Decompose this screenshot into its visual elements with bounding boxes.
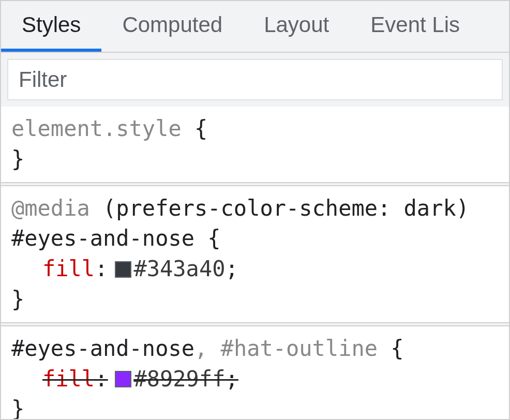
styles-panel: Styles Computed Layout Event Lis element… (0, 0, 510, 420)
media-keyword: @media (11, 196, 90, 221)
property-value[interactable]: #343a40 (133, 254, 225, 284)
property-name[interactable]: fill (42, 254, 95, 284)
property-value[interactable]: #8929ff (133, 364, 225, 395)
close-brace-line: } (11, 144, 499, 175)
property-name[interactable]: fill (42, 364, 95, 395)
open-brace: { (182, 116, 208, 141)
close-brace: } (11, 287, 24, 312)
element-style-rule[interactable]: element.style { } (1, 107, 509, 183)
open-brace: { (378, 336, 404, 361)
property-line-fill-overridden[interactable]: fill:#8929ff; (11, 364, 499, 395)
filter-container (1, 53, 509, 107)
rule-block-overridden[interactable]: #eyes-and-nose, #hat-outline { fill:#892… (1, 325, 509, 419)
element-style-selector[interactable]: element.style (11, 116, 182, 141)
property-colon: : (95, 254, 108, 284)
semicolon: ; (225, 364, 238, 395)
tab-layout[interactable]: Layout (243, 1, 350, 52)
color-swatch-icon[interactable] (115, 371, 131, 387)
rule-selector-dim[interactable]: #hat-outline (221, 336, 378, 361)
media-condition: (prefers-color-scheme: dark) (90, 196, 469, 221)
rule-selector-active[interactable]: #eyes-and-nose (11, 336, 194, 361)
open-brace: { (194, 226, 221, 251)
property-colon: : (95, 364, 108, 395)
media-rule-block[interactable]: @media (prefers-color-scheme: dark) #eye… (1, 185, 509, 323)
semicolon: ; (225, 254, 238, 284)
close-brace-line: } (11, 394, 499, 419)
media-line: @media (prefers-color-scheme: dark) (11, 193, 499, 224)
tab-bar: Styles Computed Layout Event Lis (1, 1, 509, 53)
selector-line: #eyes-and-nose { (11, 223, 499, 254)
property-line-fill[interactable]: fill:#343a40; (11, 254, 499, 284)
rules-container: element.style { } @media (prefers-color-… (1, 107, 509, 419)
selector-line: #eyes-and-nose, #hat-outline { (11, 334, 499, 364)
close-brace-line: } (11, 284, 499, 315)
selector-comma: , (194, 336, 221, 361)
close-brace: } (11, 396, 24, 419)
selector-line: element.style { (11, 114, 499, 144)
rule-selector[interactable]: #eyes-and-nose (11, 226, 194, 251)
close-brace: } (11, 146, 24, 172)
tab-event-listeners[interactable]: Event Lis (350, 1, 481, 52)
filter-input[interactable] (7, 59, 503, 100)
tab-computed[interactable]: Computed (101, 1, 243, 52)
tab-styles[interactable]: Styles (1, 1, 101, 52)
color-swatch-icon[interactable] (115, 261, 131, 278)
